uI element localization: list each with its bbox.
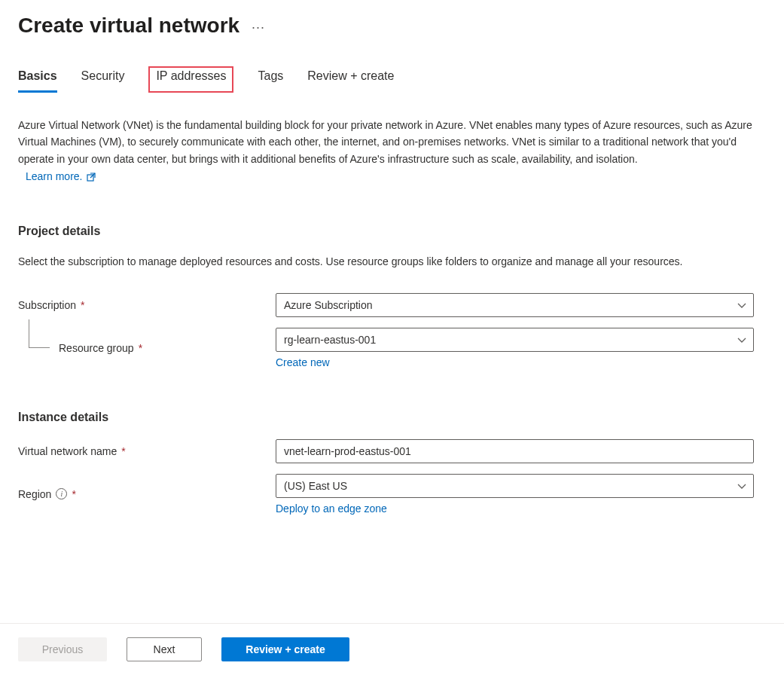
vnet-name-input[interactable] <box>276 439 754 463</box>
create-new-link[interactable]: Create new <box>276 356 330 368</box>
tab-review-create[interactable]: Review + create <box>307 69 394 93</box>
region-select[interactable] <box>276 474 754 498</box>
external-link-icon <box>87 172 96 181</box>
required-indicator: * <box>121 445 125 457</box>
footer: Previous Next Review + create <box>0 623 784 675</box>
learn-more-link[interactable]: Learn more. <box>26 170 96 182</box>
required-indicator: * <box>81 299 84 311</box>
next-button[interactable]: Next <box>127 637 202 661</box>
review-create-button[interactable]: Review + create <box>221 637 349 661</box>
required-indicator: * <box>72 488 75 500</box>
more-icon[interactable]: ··· <box>252 20 265 35</box>
tab-ip-addresses[interactable]: IP addresses <box>148 66 233 93</box>
subscription-label: Subscription * <box>18 299 276 311</box>
info-icon[interactable]: i <box>56 488 67 499</box>
project-details-description: Select the subscription to manage deploy… <box>18 253 766 270</box>
previous-button: Previous <box>18 637 107 661</box>
required-indicator: * <box>139 342 142 354</box>
tab-security[interactable]: Security <box>81 69 125 93</box>
resource-group-label: Resource group * <box>18 342 276 354</box>
vnet-name-label-text: Virtual network name <box>18 445 117 457</box>
subscription-select[interactable] <box>276 293 754 317</box>
tab-tags[interactable]: Tags <box>258 69 283 93</box>
resource-group-select[interactable] <box>276 328 754 352</box>
deploy-edge-zone-link[interactable]: Deploy to an edge zone <box>276 502 387 515</box>
resource-group-label-text: Resource group <box>59 342 134 354</box>
vnet-name-label: Virtual network name * <box>18 445 276 457</box>
project-details-title: Project details <box>18 224 766 238</box>
page-title: Create virtual network <box>18 14 239 38</box>
intro-description: Azure Virtual Network (VNet) is the fund… <box>18 117 766 167</box>
region-label-text: Region <box>18 488 51 500</box>
tab-basics[interactable]: Basics <box>18 69 57 93</box>
region-label: Region i * <box>18 488 276 500</box>
instance-details-title: Instance details <box>18 411 766 424</box>
learn-more-label: Learn more. <box>26 170 82 182</box>
tabs: Basics Security IP addresses Tags Review… <box>0 38 784 93</box>
indent-line <box>29 319 50 348</box>
subscription-label-text: Subscription <box>18 299 76 311</box>
